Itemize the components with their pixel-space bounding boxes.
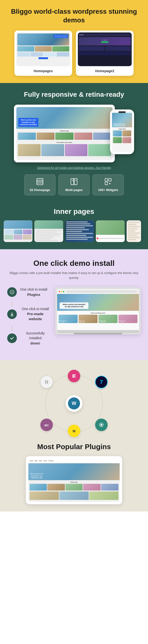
tablet-cards-row (18, 132, 111, 140)
pt-nav-item-2: Blog (35, 460, 37, 462)
laptop-post-2: Where everystory begins (79, 315, 98, 323)
phone-frame: Visiting destinations01-31 December 2022… (110, 110, 134, 154)
tablet-screen: What a perfect andbeautiful six dayweeke… (16, 107, 113, 160)
mini2-dot-2 (81, 34, 82, 35)
ip1-cell-5 (14, 235, 22, 240)
step-1-bold: Plugins (20, 292, 47, 297)
tablet-hero-badge: What a perfect andbeautiful six dayweeke… (18, 118, 38, 127)
demo-preview-col: What a perfect and beautiful six day wee… (55, 287, 141, 334)
laptop-hero-overlay: What a perfect and beautiful six day wee… (60, 302, 88, 309)
svg-rect-3 (37, 183, 43, 183)
ip1-grid (3, 229, 32, 240)
ip3-text-8 (66, 235, 86, 236)
step-1-text: One click to install Plugins (20, 287, 47, 297)
ip5-line-1 (128, 222, 140, 223)
demo-card-1-label: Homepages (16, 68, 70, 74)
mini2-item-1 (79, 52, 96, 55)
demo-step-3: Successfully installed done! (7, 331, 50, 346)
phone-card-3 (113, 137, 122, 143)
svg-rect-18 (73, 374, 74, 378)
demo-cards-container: What a perfect and beautiful six day wee… (5, 30, 143, 76)
plugins-section: W 7 M (0, 360, 148, 512)
mini2-btn (101, 42, 108, 43)
pt-card-1 (29, 484, 47, 490)
laptop-post-text-1: What a lucky dayin bali (59, 320, 67, 322)
svg-rect-2 (37, 182, 43, 182)
inner-page-card-3 (65, 220, 94, 242)
svg-point-24 (100, 424, 102, 426)
demo-card-2[interactable]: Categories Homepage2 (76, 30, 134, 76)
tablet-mini-card-5 (93, 132, 111, 140)
phone-section-title: Latest posts (113, 128, 131, 130)
mini2-hero-text: Categories (102, 40, 107, 41)
pt-card-4 (83, 484, 100, 490)
tablet-cards-row-2 (18, 144, 111, 156)
mini-row-1c (43, 52, 56, 56)
svg-text:M: M (73, 429, 75, 433)
step-divider-1 (12, 302, 12, 307)
homepage-icon (29, 178, 50, 187)
ip2-line-3 (35, 233, 62, 234)
phone-card-4 (122, 137, 131, 143)
ip1-hero (3, 220, 32, 229)
tablet-mini-card2-1 (18, 144, 41, 156)
inner-page-screen-4 (96, 220, 125, 242)
pt-card-5 (101, 484, 119, 490)
pt-cards (29, 484, 119, 490)
ip3-text-9 (66, 237, 93, 238)
mini2-dot-1 (80, 34, 80, 35)
laptop-hero: What a perfect and beautiful six day wee… (57, 294, 139, 311)
mini-row-1 (17, 52, 69, 56)
ip5-line-6 (128, 232, 140, 234)
hero-section: Bliggo world-class wordpress stunning de… (0, 0, 148, 83)
tablet-mini-card-3 (55, 132, 73, 140)
phone-card-row-2 (113, 137, 131, 143)
ip2-content (34, 229, 63, 242)
plugins-title: Most Popular Plugins (5, 442, 143, 451)
laptop-section-label: Latest trending posts: (59, 312, 138, 314)
ip1-cell-6 (23, 235, 32, 240)
svg-rect-33 (47, 382, 48, 384)
pt-large-cards (29, 492, 119, 500)
phone-card-row-1 (113, 130, 131, 136)
phone-card-2 (122, 130, 131, 136)
step-3-text: Successfully installed done! (20, 331, 50, 346)
ip5-line-3 (128, 226, 140, 227)
center-circle: W (66, 395, 82, 412)
ip3-text-6 (66, 231, 82, 232)
tablet-content: Popular tags This week's top stories (16, 129, 113, 160)
pt-content: Popular tags (28, 480, 120, 502)
phone-card-1 (113, 130, 122, 136)
laptop-base (57, 330, 139, 333)
pt-large-card-2 (59, 492, 89, 500)
ip5-strip (127, 220, 141, 242)
step-2-line: One click to install (22, 307, 49, 311)
feature-box-1: 02 Homepage (24, 174, 55, 195)
demo-steps-col: One click to install Plugins One click t… (7, 287, 50, 350)
svg-rect-4 (71, 178, 74, 185)
demo-install-description: Bliggo comes with a pre-built installer … (7, 271, 141, 280)
demo-card-1[interactable]: What a perfect and beautiful six day wee… (14, 30, 72, 76)
ip5-line-4 (128, 228, 138, 230)
inner-page-screen-2 (34, 220, 63, 242)
mini2-hero: Categories (79, 37, 131, 46)
inner-page-card-5 (127, 220, 141, 242)
step-3-bold: done! (20, 341, 50, 346)
mini-card-1c (52, 46, 69, 52)
demo-install-section: One click demo install Bliggo comes with… (0, 249, 148, 360)
plugin-node-mailchimp: M (68, 424, 80, 437)
phone-screen: Visiting destinations01-31 December 2022… (112, 112, 132, 152)
inner-pages-grid (2, 220, 146, 242)
laptop-post-text-4: What a perfectsix day (119, 320, 126, 322)
demo-layout: One click to install Plugins One click t… (7, 287, 141, 350)
hero-title: Bliggo world-class wordpress stunning de… (5, 7, 143, 25)
ip4-map (96, 220, 125, 235)
pt-hero: What a perfect andbeautiful six dayweeke… (28, 463, 120, 480)
seo-link[interactable]: Optimized for all mobile and desktop dev… (5, 166, 143, 170)
plugin-node-widget (40, 376, 53, 388)
tablet-mini-card-1 (18, 132, 36, 140)
inner-page-card-2 (34, 220, 63, 242)
mini2-box-2 (105, 46, 131, 51)
svg-rect-31 (47, 380, 48, 382)
ip2-line-1 (35, 230, 62, 231)
